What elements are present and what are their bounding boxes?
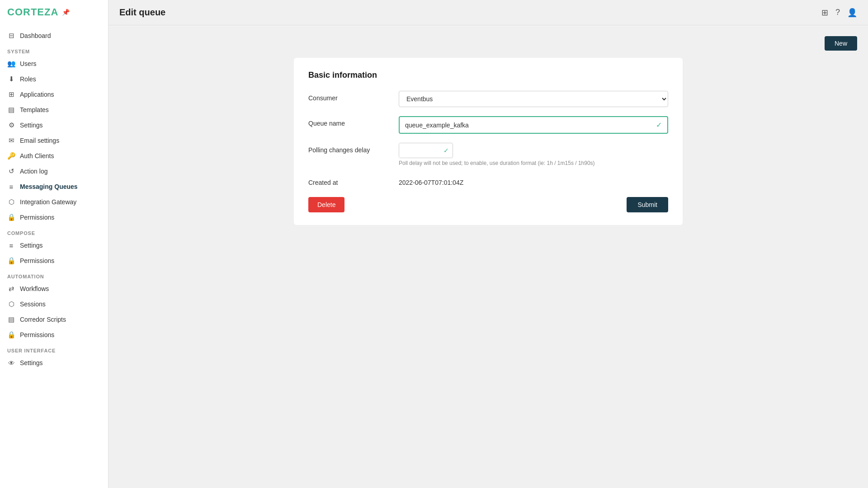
polling-label: Polling changes delay [308, 143, 399, 154]
delete-button[interactable]: Delete [308, 197, 344, 212]
help-icon[interactable]: ? [835, 8, 840, 17]
sidebar-item-compose-permissions[interactable]: 🔒 Permissions [0, 253, 108, 268]
section-ui: USER INTERFACE [0, 343, 108, 355]
sidebar-item-compose-settings[interactable]: ≡ Settings [0, 238, 108, 253]
logo-area: CORTEZA 📌 [0, 0, 108, 24]
sidebar-item-action-log[interactable]: ↺ Action log [0, 164, 108, 179]
polling-check-icon: ✓ [440, 143, 453, 158]
form-card: Basic information Consumer Eventbus Queu… [294, 58, 683, 225]
compose-settings-icon: ≡ [7, 241, 15, 249]
gateway-icon: ⬡ [7, 198, 15, 206]
eye-icon: 👁 [7, 359, 15, 367]
user-icon[interactable]: 👤 [847, 8, 857, 18]
top-bar: Edit queue ⊞ ? 👤 [108, 0, 868, 25]
grid-icon[interactable]: ⊞ [821, 8, 828, 18]
queue-name-check-icon: ✓ [651, 117, 667, 133]
sidebar-item-sessions[interactable]: ⬡ Sessions [0, 296, 108, 312]
polling-input-wrapper: ✓ [399, 143, 453, 158]
polling-control: ✓ Poll delay will not be used; to enable… [399, 143, 668, 166]
settings-icon: ⚙ [7, 121, 15, 129]
sidebar-item-integration-gateway[interactable]: ⬡ Integration Gateway [0, 194, 108, 210]
roles-icon: ⬇ [7, 75, 15, 83]
queue-name-input-wrapper: ✓ [399, 116, 668, 134]
dashboard-icon: ⊟ [7, 32, 15, 40]
sidebar-item-roles[interactable]: ⬇ Roles [0, 71, 108, 87]
applications-icon: ⊞ [7, 90, 15, 99]
log-icon: ↺ [7, 167, 15, 175]
app-logo: CORTEZA [7, 6, 58, 18]
sessions-icon: ⬡ [7, 300, 15, 308]
email-icon: ✉ [7, 136, 15, 145]
top-bar-icons: ⊞ ? 👤 [821, 8, 857, 18]
section-compose: COMPOSE [0, 225, 108, 238]
new-button[interactable]: New [825, 36, 857, 51]
sidebar-item-system-permissions[interactable]: 🔒 Permissions [0, 210, 108, 225]
compose-lock-icon: 🔒 [7, 257, 15, 265]
sidebar-item-templates[interactable]: ▤ Templates [0, 102, 108, 117]
queue-name-control: ✓ [399, 116, 668, 134]
page-title: Edit queue [119, 7, 165, 18]
queues-icon: ≡ [7, 183, 15, 191]
auth-icon: 🔑 [7, 152, 15, 160]
pin-icon[interactable]: 📌 [62, 9, 70, 16]
sidebar-item-dashboard[interactable]: ⊟ Dashboard [0, 28, 108, 43]
polling-hint: Poll delay will not be used; to enable, … [399, 160, 668, 166]
created-at-control: 2022-06-07T07:01:04Z [399, 175, 668, 186]
form-section-title: Basic information [308, 70, 668, 80]
form-actions: Delete Submit [308, 197, 668, 212]
templates-icon: ▤ [7, 106, 15, 114]
content-area: New Basic information Consumer Eventbus … [108, 25, 868, 488]
sidebar-item-messaging-queues[interactable]: ≡ Messaging Queues [0, 179, 108, 194]
scripts-icon: ▤ [7, 315, 15, 324]
automation-lock-icon: 🔒 [7, 331, 15, 339]
polling-input[interactable] [399, 143, 440, 158]
workflows-icon: ⇄ [7, 285, 15, 293]
sidebar-item-email-settings[interactable]: ✉ Email settings [0, 133, 108, 148]
section-system: SYSTEM [0, 43, 108, 56]
consumer-label: Consumer [308, 91, 399, 102]
polling-row: Polling changes delay ✓ Poll delay will … [308, 143, 668, 166]
sidebar-item-ui-settings[interactable]: 👁 Settings [0, 355, 108, 371]
queue-name-row: Queue name ✓ [308, 116, 668, 134]
created-at-row: Created at 2022-06-07T07:01:04Z [308, 175, 668, 186]
sidebar-item-workflows[interactable]: ⇄ Workflows [0, 281, 108, 296]
users-icon: 👥 [7, 60, 15, 68]
sidebar-item-settings[interactable]: ⚙ Settings [0, 117, 108, 133]
consumer-row: Consumer Eventbus [308, 91, 668, 107]
sidebar-item-auth-clients[interactable]: 🔑 Auth Clients [0, 148, 108, 164]
sidebar-item-automation-permissions[interactable]: 🔒 Permissions [0, 327, 108, 343]
consumer-select[interactable]: Eventbus [399, 91, 668, 107]
sidebar-item-applications[interactable]: ⊞ Applications [0, 87, 108, 102]
submit-button[interactable]: Submit [627, 197, 668, 212]
section-automation: AUTOMATION [0, 268, 108, 281]
consumer-control: Eventbus [399, 91, 668, 107]
queue-name-label: Queue name [308, 116, 399, 127]
created-at-value: 2022-06-07T07:01:04Z [399, 175, 668, 186]
system-lock-icon: 🔒 [7, 213, 15, 221]
main-content: Edit queue ⊞ ? 👤 New Basic information C… [108, 0, 868, 488]
sidebar-item-users[interactable]: 👥 Users [0, 56, 108, 71]
created-at-label: Created at [308, 175, 399, 186]
sidebar-item-corredor-scripts[interactable]: ▤ Corredor Scripts [0, 312, 108, 327]
queue-name-input[interactable] [400, 118, 651, 132]
sidebar-nav: ⊟ Dashboard SYSTEM 👥 Users ⬇ Roles ⊞ App… [0, 24, 108, 488]
sidebar: CORTEZA 📌 ⊟ Dashboard SYSTEM 👥 Users ⬇ R… [0, 0, 108, 488]
